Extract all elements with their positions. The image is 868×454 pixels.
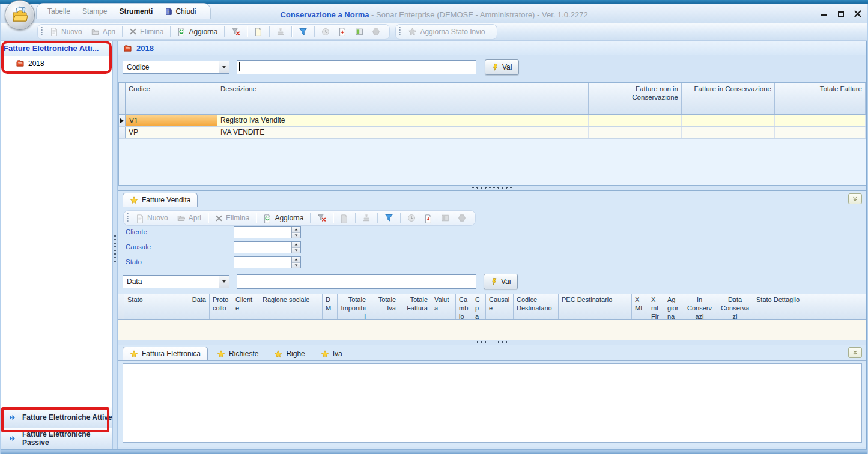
aggiorna-button[interactable]: Aggiorna [173, 26, 222, 37]
registri-search-field-combobox[interactable]: Codice [123, 61, 229, 74]
minimize-button[interactable] [820, 9, 828, 17]
column-header-aggiorna[interactable]: Aggiorna [664, 294, 682, 319]
column-header-in-conservazi[interactable]: In Conservazi [682, 294, 717, 319]
stato-link[interactable]: Stato [126, 258, 142, 265]
fv-apri-button[interactable]: Apri [172, 213, 205, 223]
fv-search-input[interactable] [237, 274, 476, 289]
fv-filtro-button[interactable] [380, 213, 398, 223]
tab-righe[interactable]: Righe [267, 347, 311, 360]
sidebar-nav-fatture-elettroniche-attive[interactable]: Fatture Elettroniche Attive [1, 407, 112, 428]
column-header-data[interactable]: Data [178, 294, 210, 319]
column-header-valuta[interactable]: Valuta [431, 294, 456, 319]
column-header-ragione-sociale[interactable]: Ragione sociale [259, 294, 323, 319]
column-header-stato[interactable]: Stato [124, 294, 178, 319]
table-cell[interactable]: IVA VENDITE [217, 127, 589, 138]
combobox-dropdown-button[interactable] [219, 61, 229, 73]
tab-richieste[interactable]: Richieste [210, 347, 265, 360]
fv-pianifica-button[interactable] [403, 213, 420, 223]
column-header-codice-destinatario[interactable]: Codice Destinatario [514, 294, 559, 319]
table-cell[interactable] [775, 127, 866, 138]
table-cell[interactable] [682, 115, 775, 126]
causale-spinner-field[interactable] [234, 242, 291, 253]
pianifica-button[interactable] [317, 26, 334, 37]
causale-spinner[interactable] [234, 241, 301, 253]
column-header-fatture-non-in-conservazione[interactable]: Fatture non in Conservazione [589, 83, 682, 114]
table-row[interactable]: V1Registro Iva Vendite [119, 115, 866, 127]
table-cell[interactable] [589, 127, 682, 138]
tab-iva[interactable]: Iva [314, 347, 349, 360]
column-header-cliente[interactable]: Cliente [232, 294, 259, 319]
column-header-protocollo[interactable]: Protocollo [210, 294, 232, 319]
aggiorna-stato-invio-button[interactable]: Aggiorna Stato Invio [404, 26, 489, 37]
horizontal-splitter-1[interactable] [118, 186, 866, 190]
column-header-fatture-in-conservazione[interactable]: Fatture in Conservazione [682, 83, 775, 114]
stato-spinner[interactable] [234, 256, 301, 268]
fv-nuovo-button[interactable]: Nuovo [132, 213, 172, 224]
column-header-cambio[interactable]: Cambio [456, 294, 472, 319]
elimina-button[interactable]: Elimina [125, 26, 168, 37]
menu-item-tabelle[interactable]: Tabelle [43, 5, 75, 17]
maximize-button[interactable] [837, 9, 845, 17]
fv-elimina-button[interactable]: Elimina [211, 213, 253, 223]
column-header-pec-destinatario[interactable]: PEC Destinatario [559, 294, 632, 319]
app-menu-button[interactable] [5, 0, 35, 30]
cliente-spinner-field[interactable] [234, 227, 291, 238]
vertical-splitter[interactable] [112, 41, 118, 449]
table-row[interactable]: VPIVA VENDITE [119, 127, 866, 139]
column-header-xml[interactable]: XML [632, 294, 648, 319]
toolbar-drag-grip[interactable] [126, 213, 129, 223]
horizontal-splitter-2[interactable] [118, 340, 866, 345]
fv-documento-button[interactable] [336, 213, 353, 224]
close-button[interactable] [854, 9, 862, 17]
nuovo-button[interactable]: Nuovo [46, 26, 86, 37]
column-header-descrizione[interactable]: Descrizione [217, 83, 589, 114]
column-header-codice[interactable]: Codice [126, 83, 217, 114]
fv-search-field-combobox[interactable]: Data [123, 275, 229, 288]
menu-item-strumenti[interactable]: Strumenti [114, 5, 157, 17]
stato-spin-down[interactable] [292, 263, 300, 268]
column-header-xml-fir[interactable]: Xml Fir [648, 294, 664, 319]
table-cell[interactable]: VP [126, 127, 217, 138]
combobox-dropdown-button[interactable] [219, 276, 229, 288]
menu-item-stampe[interactable]: Stampe [77, 5, 112, 17]
column-header-totale-iva[interactable]: Totale Iva [369, 294, 399, 319]
rimuovi-filtro-button[interactable] [227, 26, 244, 37]
apri-button[interactable]: Apri [86, 26, 120, 37]
tab-fattura-elettronica[interactable]: Fattura Elettronica [123, 347, 208, 360]
column-header-cpag[interactable]: Cpag [472, 294, 486, 319]
scarica-xml-button[interactable] [334, 26, 351, 37]
sidebar-nav-fatture-elettroniche-passive[interactable]: Fatture Elettroniche Passive [1, 428, 112, 449]
sigillo-button[interactable] [368, 26, 384, 37]
column-header-totale-fattura[interactable]: Totale Fattura [399, 294, 431, 319]
table-cell[interactable] [682, 127, 775, 138]
collapse-panel-button[interactable] [848, 193, 862, 204]
cliente-spin-up[interactable] [292, 227, 300, 233]
table-cell[interactable] [589, 115, 682, 126]
table-cell[interactable]: V1 [126, 115, 217, 126]
stato-spinner-field[interactable] [234, 257, 291, 268]
registri-vai-button[interactable]: Vai [485, 59, 519, 75]
causale-spin-down[interactable] [292, 248, 300, 253]
causale-link[interactable]: Causale [126, 243, 151, 250]
table-cell[interactable]: Registro Iva Vendite [217, 115, 589, 126]
anteprima-button[interactable] [351, 26, 368, 37]
fv-timbro-button[interactable] [358, 213, 375, 223]
column-header-dm[interactable]: DM [323, 294, 338, 319]
cliente-spin-down[interactable] [292, 233, 300, 238]
fv-scarica-xml-button[interactable] [420, 213, 437, 224]
toolbar-drag-grip[interactable] [40, 26, 43, 37]
filtro-button[interactable] [294, 26, 312, 37]
fv-anteprima-button[interactable] [437, 213, 454, 223]
column-header-totale-fatture[interactable]: Totale Fatture [775, 83, 866, 114]
fv-sigillo-button[interactable] [454, 213, 470, 223]
tree-item-anno-2018[interactable]: 2018 [1, 56, 112, 70]
fv-rimuovi-filtro-button[interactable] [313, 213, 330, 223]
causale-spin-up[interactable] [292, 242, 300, 248]
timbro-button[interactable] [272, 26, 289, 37]
column-header-causale[interactable]: Causale [486, 294, 514, 319]
toolbar-drag-grip[interactable] [398, 26, 401, 37]
table-cell[interactable] [775, 115, 866, 126]
cliente-link[interactable]: Cliente [126, 228, 147, 235]
cliente-spinner[interactable] [234, 226, 301, 238]
menu-item-chiudi[interactable]: Chiudi [160, 5, 201, 17]
